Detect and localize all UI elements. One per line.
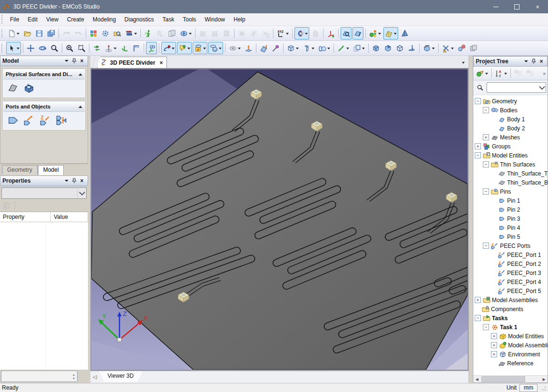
expand-expander-icon[interactable]: +	[483, 134, 489, 140]
tree-display-mode-button[interactable]	[475, 67, 489, 79]
tree-item-model-assemblies[interactable]: +Model Assemblies	[473, 341, 548, 350]
tree-item-pin-5[interactable]: Pin 5	[473, 232, 548, 241]
vis-sphere-button[interactable]	[208, 42, 223, 54]
scrollbar-thumb[interactable]	[481, 376, 525, 382]
toolbar-grip[interactable]	[1, 29, 4, 38]
bool-subtract-button[interactable]	[382, 42, 393, 54]
zoom-button[interactable]	[49, 42, 60, 54]
measure-button[interactable]	[131, 42, 142, 54]
run-task-button[interactable]	[143, 27, 154, 39]
tree-item-model-entities[interactable]: −Model Entities	[473, 151, 548, 160]
view-axes-button[interactable]	[146, 42, 157, 54]
task-queue-button[interactable]	[155, 27, 166, 39]
add-axes-button[interactable]	[325, 27, 336, 39]
bool-union-button[interactable]	[371, 42, 382, 54]
port-icon[interactable]	[6, 114, 20, 127]
tree-item-peec-port-3[interactable]: ZPEEC_Port 3	[473, 268, 548, 277]
redo-button[interactable]	[73, 27, 84, 39]
lock-button[interactable]	[310, 27, 321, 39]
maximize-button[interactable]	[506, 0, 527, 13]
grid-numbers-button[interactable]: 1234	[221, 27, 232, 39]
tree-item-body-2[interactable]: Body 2	[473, 124, 548, 133]
plane-arrow-button[interactable]	[258, 42, 269, 54]
expand-expander-icon[interactable]: +	[475, 297, 481, 303]
tree-item-task-1[interactable]: −Task 1	[473, 323, 548, 332]
transform-axis-button[interactable]	[248, 27, 259, 39]
pin-port-icon[interactable]	[54, 114, 68, 127]
collapse-expander-icon[interactable]: −	[483, 324, 489, 330]
tree-item-peec-port-4[interactable]: ZPEEC_Port 4	[473, 277, 548, 286]
toolbar-overflow-icon[interactable]: »	[543, 71, 547, 76]
tree-item-bodies[interactable]: −Bodies	[473, 106, 548, 115]
tree-item-pin-4[interactable]: Pin 4	[473, 223, 548, 232]
tree-item-model-entities[interactable]: +Model Entities	[473, 332, 548, 341]
tree-item-pins[interactable]: −Pins	[473, 187, 548, 196]
menu-diagnostics[interactable]: Diagnostics	[120, 15, 158, 24]
zoom-in-button[interactable]	[64, 42, 75, 54]
model-panel-pin-icon[interactable]	[70, 57, 78, 65]
tree-item-thin-surfaces[interactable]: −Thin Surfaces	[473, 160, 548, 169]
properties-pin-icon[interactable]	[70, 177, 78, 185]
library-button[interactable]	[124, 27, 138, 39]
expand-categories-button[interactable]	[2, 199, 13, 212]
shell-button[interactable]	[421, 42, 436, 54]
tree-item-reference[interactable]: Reference	[473, 359, 548, 368]
solid-primitive-button[interactable]	[317, 42, 332, 54]
move-xyz-button[interactable]	[119, 42, 130, 54]
project-tree-close-icon[interactable]: ×	[538, 58, 545, 65]
collapse-icon[interactable]	[78, 104, 82, 108]
tree-item-body-1[interactable]: Body 1	[473, 115, 548, 124]
close-button[interactable]: ×	[527, 0, 548, 13]
undo-button[interactable]	[61, 27, 72, 39]
port-arrow-icon[interactable]	[22, 114, 36, 127]
translate-button[interactable]	[336, 42, 351, 54]
properties-menu-icon[interactable]	[63, 177, 70, 185]
solid-box-icon[interactable]: e	[22, 81, 36, 95]
save-button[interactable]	[34, 27, 45, 39]
project-tree-pin-icon[interactable]	[530, 58, 538, 65]
transform-button[interactable]	[236, 27, 247, 39]
collapse-expander-icon[interactable]: −	[483, 243, 489, 249]
document-tab-3d-peec-divider[interactable]: 3D PEEC Divider ×	[97, 57, 167, 68]
pin-point-button[interactable]	[270, 42, 281, 54]
tree-item-thin-surface-top[interactable]: Thin_Surface_TOP	[473, 169, 548, 178]
combobox-chevron-icon[interactable]	[78, 188, 86, 198]
menu-edit[interactable]: Edit	[23, 15, 42, 24]
snap-grid-button[interactable]	[294, 27, 309, 39]
properties-quick-edit[interactable]: ▲▼	[1, 371, 78, 382]
section-header[interactable]: Physical Surfaces and Di...	[3, 69, 85, 79]
properties-close-icon[interactable]: ×	[78, 177, 86, 185]
collapse-expander-icon[interactable]: −	[483, 161, 489, 167]
zoom-surface-button[interactable]	[341, 27, 352, 39]
collapse-expander-icon[interactable]: −	[475, 315, 481, 321]
minimize-button[interactable]	[485, 0, 506, 13]
tree-item-components[interactable]: Components	[473, 304, 548, 314]
expand-expander-icon[interactable]: +	[475, 143, 481, 149]
tree-item-environment[interactable]: +Environment	[473, 350, 548, 359]
curved-surface-icon[interactable]	[6, 81, 20, 95]
tree-collapse-all-button[interactable]	[513, 67, 524, 79]
spinner-arrows-icon[interactable]: ▲▼	[70, 371, 77, 382]
project-tree-menu-icon[interactable]	[522, 58, 530, 65]
model-panel-close-icon[interactable]: ×	[78, 57, 86, 65]
swap-view-button[interactable]	[91, 42, 102, 54]
zoom-window-button[interactable]	[76, 42, 87, 54]
menu-task[interactable]: Task	[158, 15, 179, 24]
tree-item-pin-2[interactable]: Pin 2	[473, 205, 548, 214]
model-panel-menu-icon[interactable]	[63, 57, 70, 65]
tree-item-peec-ports[interactable]: −ZPEEC Ports	[473, 241, 548, 250]
expand-expander-icon[interactable]: +	[491, 333, 497, 339]
menu-file[interactable]: File	[6, 15, 23, 24]
menu-tools[interactable]: Tools	[178, 15, 200, 24]
cube-primitive-button[interactable]	[285, 42, 300, 54]
expand-expander-icon[interactable]: +	[491, 342, 497, 348]
heal-tool-button[interactable]	[440, 42, 455, 54]
vis-label-button[interactable]	[177, 42, 192, 54]
collapse-expander-icon[interactable]: −	[475, 98, 481, 104]
section-header[interactable]: Ports and Objects	[3, 102, 85, 112]
toolbar-grip[interactable]	[1, 44, 4, 52]
tree-sort-button[interactable]: AZ	[494, 67, 509, 79]
tree-item-peec-port-5[interactable]: ZPEEC_Port 5	[473, 286, 548, 295]
settings-button[interactable]	[100, 27, 111, 39]
pan-button[interactable]	[25, 42, 36, 54]
